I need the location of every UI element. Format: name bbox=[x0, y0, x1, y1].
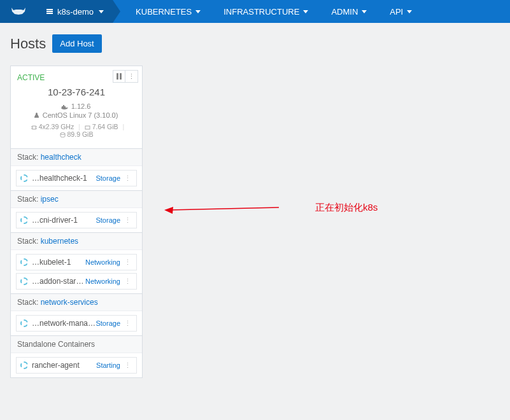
svg-rect-3 bbox=[117, 73, 118, 80]
svg-rect-5 bbox=[32, 126, 36, 129]
stack-section: Stack: healthcheck…healthcheck-1Storage⋮ bbox=[11, 148, 142, 190]
stack-header: Stack: network-services bbox=[11, 294, 142, 311]
spinner-icon bbox=[20, 216, 28, 224]
stack-body: rancher-agentStarting⋮ bbox=[11, 353, 142, 377]
stack-name: Standalone Containers bbox=[17, 340, 95, 349]
stack-body: …network-manager-1Storage⋮ bbox=[11, 311, 142, 335]
page-header: Hosts Add Host bbox=[10, 34, 500, 53]
svg-marker-13 bbox=[164, 207, 173, 214]
container-badge: Networking bbox=[85, 258, 120, 266]
environment-name: k8s-demo bbox=[57, 7, 94, 17]
stack-body: …cni-driver-1Storage⋮ bbox=[11, 208, 142, 232]
chevron-down-icon bbox=[195, 10, 201, 13]
host-docker: 1.12.6 bbox=[17, 102, 136, 111]
spinner-icon bbox=[20, 277, 28, 285]
container-name: …addon-starter-1 bbox=[32, 277, 85, 286]
stack-header: Stack: kubernetes bbox=[11, 233, 142, 250]
container-menu-button[interactable]: ⋮ bbox=[123, 174, 132, 183]
container-name: rancher-agent bbox=[32, 361, 96, 370]
container-row[interactable]: …network-manager-1Storage⋮ bbox=[16, 315, 137, 332]
spinner-icon bbox=[20, 319, 28, 327]
stack-section: Stack: network-services…network-manager-… bbox=[11, 293, 142, 335]
container-menu-button[interactable]: ⋮ bbox=[123, 319, 132, 328]
stack-icon bbox=[46, 8, 53, 15]
nav-infrastructure[interactable]: INFRASTRUCTURE bbox=[212, 0, 320, 23]
stack-link[interactable]: ipsec bbox=[41, 195, 59, 204]
container-menu-button[interactable]: ⋮ bbox=[123, 277, 132, 286]
stack-link[interactable]: healthcheck bbox=[41, 153, 81, 162]
pause-icon bbox=[117, 73, 122, 80]
annotation-arrow bbox=[164, 202, 279, 215]
stack-section: Stack: ipsec…cni-driver-1Storage⋮ bbox=[11, 190, 142, 232]
stack-section: Stack: kubernetes…kubelet-1Networking⋮…a… bbox=[11, 232, 142, 293]
container-row[interactable]: rancher-agentStarting⋮ bbox=[16, 357, 137, 374]
chevron-down-icon bbox=[99, 10, 104, 13]
stack-header: Stack: healthcheck bbox=[11, 149, 142, 166]
svg-rect-2 bbox=[46, 13, 53, 14]
container-badge: Starting bbox=[96, 361, 120, 369]
page-title: Hosts bbox=[10, 36, 46, 52]
host-status: ACTIVE bbox=[17, 73, 45, 82]
disk-icon bbox=[60, 132, 66, 138]
svg-line-12 bbox=[169, 207, 279, 210]
cpu-icon bbox=[31, 125, 37, 130]
nav-kubernetes[interactable]: KUBERNETES bbox=[124, 0, 212, 23]
container-row[interactable]: …cni-driver-1Storage⋮ bbox=[16, 212, 137, 228]
chevron-down-icon bbox=[407, 10, 412, 13]
container-badge: Networking bbox=[85, 277, 120, 285]
chevron-down-icon bbox=[362, 10, 367, 13]
stack-link[interactable]: kubernetes bbox=[41, 237, 78, 246]
host-specs: 4x2.39 GHz | 7.64 GiB | 89.9 GiB bbox=[17, 120, 136, 144]
nav-admin[interactable]: ADMIN bbox=[320, 0, 378, 23]
stack-section: Standalone Containersrancher-agentStarti… bbox=[11, 335, 142, 377]
environment-selector[interactable]: k8s-demo bbox=[37, 0, 113, 23]
container-badge: Storage bbox=[96, 174, 120, 182]
svg-rect-0 bbox=[46, 9, 53, 10]
host-menu-button[interactable]: ⋮ bbox=[125, 70, 138, 83]
annotation-text: 正在初始化k8s bbox=[315, 202, 378, 214]
host-card: ACTIVE ⋮ 10-23-76-241 1.12.6 CentOS Linu… bbox=[10, 66, 143, 378]
container-badge: Storage bbox=[96, 216, 120, 224]
stack-header: Stack: ipsec bbox=[11, 191, 142, 208]
spinner-icon bbox=[20, 174, 28, 182]
memory-icon bbox=[85, 125, 90, 130]
container-row[interactable]: …kubelet-1Networking⋮ bbox=[16, 254, 137, 270]
svg-rect-4 bbox=[120, 73, 122, 80]
container-name: …cni-driver-1 bbox=[32, 216, 96, 225]
host-name: 10-23-76-241 bbox=[17, 83, 136, 102]
spinner-icon bbox=[20, 361, 28, 369]
svg-rect-10 bbox=[85, 126, 90, 129]
logo[interactable] bbox=[0, 0, 37, 23]
pause-button[interactable] bbox=[113, 70, 125, 83]
stack-body: …healthcheck-1Storage⋮ bbox=[11, 166, 142, 190]
container-name: …kubelet-1 bbox=[32, 258, 85, 267]
svg-point-11 bbox=[60, 132, 65, 134]
svg-rect-1 bbox=[46, 11, 53, 12]
cow-icon bbox=[10, 6, 27, 17]
docker-icon bbox=[61, 104, 68, 109]
container-row[interactable]: …healthcheck-1Storage⋮ bbox=[16, 170, 137, 186]
spinner-icon bbox=[20, 258, 28, 266]
stack-link[interactable]: network-services bbox=[41, 298, 98, 307]
host-os: CentOS Linux 7 (3.10.0) bbox=[17, 111, 136, 120]
linux-icon bbox=[34, 113, 39, 119]
nav-api[interactable]: API bbox=[378, 0, 423, 23]
stack-body: …kubelet-1Networking⋮…addon-starter-1Net… bbox=[11, 250, 142, 293]
chevron-down-icon bbox=[303, 10, 308, 13]
add-host-button[interactable]: Add Host bbox=[52, 34, 101, 53]
container-name: …healthcheck-1 bbox=[32, 174, 96, 183]
container-menu-button[interactable]: ⋮ bbox=[123, 216, 132, 225]
stack-header: Standalone Containers bbox=[11, 336, 142, 353]
host-actions: ⋮ bbox=[113, 70, 138, 83]
container-name: …network-manager-1 bbox=[32, 319, 96, 328]
container-menu-button[interactable]: ⋮ bbox=[123, 258, 132, 267]
container-badge: Storage bbox=[96, 319, 120, 327]
container-menu-button[interactable]: ⋮ bbox=[123, 361, 132, 370]
container-row[interactable]: …addon-starter-1Networking⋮ bbox=[16, 273, 137, 290]
top-navbar: k8s-demo KUBERNETES INFRASTRUCTURE ADMIN… bbox=[0, 0, 510, 23]
